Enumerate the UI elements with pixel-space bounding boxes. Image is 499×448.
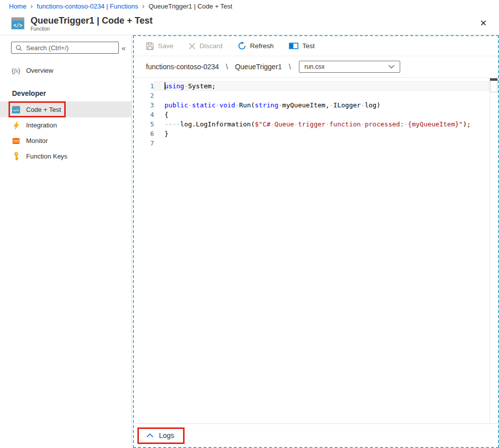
line-number: 5 — [134, 119, 154, 129]
sidebar: « {fx} Overview Developer </>Code + Test… — [0, 35, 132, 448]
code-test-panel: SaveDiscardRefreshTest functions-contoso… — [133, 35, 499, 448]
toolbar-button-label: Test — [302, 42, 315, 50]
chevron-down-icon — [388, 65, 395, 69]
sidebar-item-label: Code + Test — [26, 106, 61, 113]
line-number: 7 — [134, 138, 154, 148]
key-icon — [12, 153, 20, 161]
code-line[interactable]: 2 — [134, 91, 498, 100]
breadcrumb-current: QueueTrigger1 | Code + Test — [148, 3, 232, 10]
code-text: public·static·void·Run(string·myQueueIte… — [154, 100, 489, 110]
sidebar-item-label: Function Keys — [26, 153, 67, 160]
line-number: 2 — [134, 91, 154, 100]
code-line[interactable]: 6} — [134, 129, 498, 138]
code-text: using·System; — [154, 81, 489, 91]
azure-portal-page: Home›functions-contoso-0234 | Functions›… — [0, 0, 499, 448]
save-button: Save — [146, 42, 174, 50]
page-title: QueueTrigger1 | Code + Test — [31, 16, 152, 26]
chevron-up-icon — [146, 433, 154, 438]
code-icon: </> — [12, 106, 20, 114]
breadcrumb-link[interactable]: functions-contoso-0234 | Functions — [37, 3, 138, 10]
file-dropdown-value: run.csx — [304, 63, 324, 70]
sidebar-item-label: Overview — [26, 67, 53, 74]
search-input[interactable] — [26, 44, 114, 52]
page-subtitle: Function — [31, 26, 152, 32]
file-path-bar: functions-contoso-0234 \ QueueTrigger1 \… — [134, 56, 498, 78]
code-line[interactable]: 1using·System; — [134, 81, 498, 91]
sidebar-item-monitor[interactable]: Monitor — [0, 133, 131, 148]
test-button[interactable]: Test — [289, 42, 315, 50]
logs-expand-button[interactable]: Logs — [139, 429, 183, 442]
toolbar-button-label: Save — [158, 42, 174, 50]
line-number: 6 — [134, 129, 154, 138]
sidebar-item-function-keys[interactable]: Function Keys — [0, 148, 131, 164]
bolt-icon — [12, 121, 20, 129]
path-function-name: QueueTrigger1 — [235, 63, 282, 71]
sidebar-item-label: Monitor — [26, 137, 48, 144]
logs-label: Logs — [159, 431, 174, 439]
code-text — [154, 138, 489, 148]
code-line[interactable]: 3public·static·void·Run(string·myQueueIt… — [134, 100, 498, 110]
line-number: 3 — [134, 100, 154, 110]
logs-bar: Logs — [134, 423, 498, 447]
sidebar-collapse-button[interactable]: « — [119, 44, 128, 52]
function-icon-titlebar — [12, 18, 24, 21]
code-line[interactable]: 5····log.LogInformation($"C#·Queue·trigg… — [134, 119, 498, 129]
sidebar-search-box[interactable] — [11, 42, 119, 54]
file-select-dropdown[interactable]: run.csx — [299, 61, 400, 73]
breadcrumb-link[interactable]: Home — [9, 3, 27, 10]
refresh-button[interactable]: Refresh — [238, 42, 274, 50]
monitor-icon — [12, 137, 20, 145]
breadcrumb: Home›functions-contoso-0234 | Functions›… — [0, 0, 499, 12]
test-icon — [289, 43, 298, 49]
path-app-name: functions-contoso-0234 — [146, 63, 219, 71]
logs-annotation-box: Logs — [137, 427, 185, 444]
minimap-code-mark — [490, 78, 497, 81]
code-text: } — [154, 129, 489, 138]
code-text — [154, 91, 489, 100]
code-text: { — [154, 110, 489, 119]
discard-icon — [189, 43, 196, 50]
code-line[interactable]: 4{ — [134, 110, 498, 119]
sidebar-item-code-test[interactable]: </>Code + Test — [0, 102, 131, 117]
breadcrumb-separator-icon: › — [142, 3, 144, 10]
code-line[interactable]: 7 — [134, 138, 498, 148]
editor-minimap[interactable] — [489, 78, 498, 423]
code-glyph: </> — [12, 21, 24, 29]
code-editor[interactable]: 1using·System;23public·static·void·Run(s… — [134, 78, 498, 423]
code-text: ····log.LogInformation($"C#·Queue·trigge… — [154, 119, 489, 129]
save-icon — [146, 42, 154, 50]
fx-braces-icon: {fx} — [12, 67, 20, 75]
path-separator: \ — [289, 63, 291, 71]
refresh-icon — [238, 42, 246, 50]
sidebar-item-integration[interactable]: Integration — [0, 117, 131, 133]
close-icon[interactable]: ✕ — [476, 17, 491, 30]
editor-toolbar: SaveDiscardRefreshTest — [134, 36, 498, 56]
toolbar-button-label: Refresh — [250, 42, 274, 50]
sidebar-item-label: Integration — [26, 121, 57, 129]
line-number: 4 — [134, 110, 154, 119]
function-header: </> QueueTrigger1 | Code + Test Function… — [0, 12, 499, 35]
sidebar-section-developer: Developer — [12, 89, 131, 97]
discard-button: Discard — [189, 42, 223, 50]
sidebar-item-overview[interactable]: {fx} Overview — [0, 63, 131, 78]
line-number: 1 — [134, 81, 154, 91]
search-icon — [16, 45, 22, 51]
path-separator: \ — [226, 63, 228, 71]
function-icon: </> — [11, 17, 25, 30]
breadcrumb-separator-icon: › — [31, 3, 33, 10]
toolbar-button-label: Discard — [200, 42, 223, 50]
text-cursor — [164, 82, 165, 90]
